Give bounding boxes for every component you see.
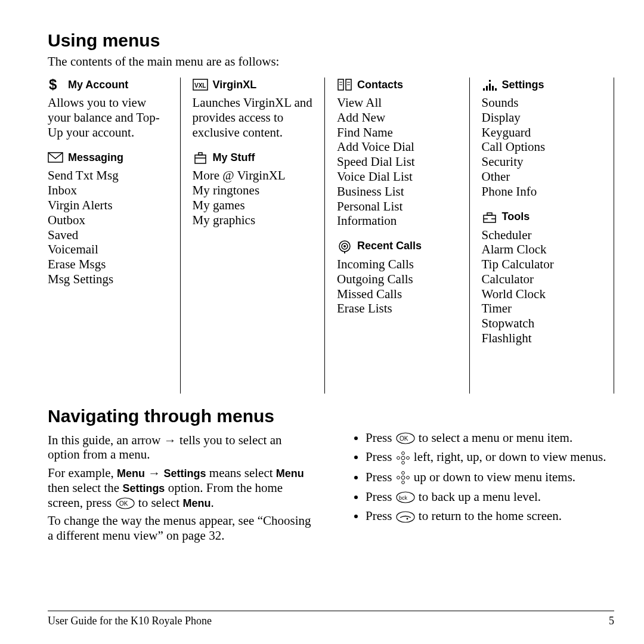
- nav-bullet-1: Press to select a menu or menu item.: [366, 431, 614, 445]
- ok-key-icon: [115, 497, 135, 509]
- menu-title: Recent Calls: [357, 240, 422, 252]
- menu-column: VirginXLLaunches VirginXL and provides a…: [181, 78, 326, 394]
- contacts-icon: [337, 78, 352, 92]
- using-menus-lead: The contents of the main menu are as fol…: [48, 54, 614, 69]
- menu-block: SettingsSoundsDisplayKeyguardCall Option…: [482, 78, 602, 199]
- menu-title: Tools: [502, 210, 530, 223]
- menu-item: Add Voice Dial: [337, 140, 457, 154]
- heading-using-menus: Using menus: [48, 30, 614, 51]
- nav-bullet-2: Press left, right, up, or down to view m…: [366, 450, 614, 465]
- menu-item-list: View AllAdd NewFind NameAdd Voice DialSp…: [337, 95, 457, 228]
- recent-icon: [337, 239, 352, 253]
- menu-item: Keyguard: [482, 125, 602, 140]
- menu-item: Voicemail: [48, 242, 168, 257]
- menu-item: Inbox: [48, 183, 168, 198]
- menu-block: ContactsView AllAdd NewFind NameAdd Voic…: [337, 78, 457, 228]
- menu-item: Personal List: [337, 199, 457, 214]
- tools-icon: [482, 210, 497, 224]
- menu-item: Display: [482, 110, 602, 125]
- menu-title: Contacts: [357, 79, 403, 91]
- menu-heading: My Stuff: [193, 150, 313, 165]
- menu-item: View All: [337, 95, 457, 110]
- menu-item-list: More @ VirginXLMy ringtonesMy gamesMy gr…: [193, 168, 313, 227]
- dpad-icon: [395, 471, 411, 484]
- menu-column: ContactsView AllAdd NewFind NameAdd Voic…: [325, 78, 470, 394]
- nav-bullet-3: Press up or down to view menu items.: [366, 470, 614, 485]
- menu-item: Timer: [482, 301, 602, 316]
- menu-item: My graphics: [193, 213, 313, 228]
- menu-heading: Recent Calls: [337, 239, 457, 253]
- menu-block: ToolsSchedulerAlarm ClockTip CalculatorC…: [482, 210, 602, 346]
- menu-item: Outgoing Calls: [337, 272, 457, 287]
- menu-item: Scheduler: [482, 228, 602, 243]
- menu-item: Send Txt Msg: [48, 168, 168, 183]
- ok-key-icon: [395, 432, 416, 444]
- nav-left-column: In this guide, an arrow → tells you to s…: [48, 431, 313, 547]
- menu-heading: Tools: [482, 210, 602, 224]
- document-page: Using menus The contents of the main men…: [0, 0, 644, 644]
- nav-right-column: Press to select a menu or menu item. Pre…: [349, 431, 614, 547]
- menu-title: Messaging: [68, 151, 123, 164]
- menu-block: Recent CallsIncoming CallsOutgoing Calls…: [337, 239, 457, 316]
- menu-item: My games: [193, 198, 313, 213]
- nav-bullet-list: Press to select a menu or menu item. Pre…: [349, 431, 614, 524]
- menu-item: Other: [482, 169, 602, 184]
- menu-item: Speed Dial List: [337, 154, 457, 169]
- menu-item: Business List: [337, 184, 457, 199]
- menu-item-list: Incoming CallsOutgoing CallsMissed Calls…: [337, 257, 457, 316]
- menu-item: Security: [482, 154, 602, 169]
- menu-heading: Messaging: [48, 150, 168, 165]
- menu-item: Sounds: [482, 95, 602, 110]
- navigating-columns: In this guide, an arrow → tells you to s…: [48, 431, 614, 547]
- nav-left-p1: In this guide, an arrow → tells you to s…: [48, 433, 313, 463]
- end-key-icon: [395, 511, 416, 523]
- menu-title: My Account: [68, 79, 128, 91]
- menu-heading: Settings: [482, 78, 602, 92]
- menu-item: Erase Lists: [337, 301, 457, 316]
- menu-title: Settings: [502, 79, 544, 91]
- menu-item: Information: [337, 213, 457, 228]
- menu-item: Incoming Calls: [337, 257, 457, 272]
- vxl-icon: [193, 78, 208, 92]
- nav-bullet-5: Press to return to the home screen.: [366, 509, 614, 524]
- footer-left: User Guide for the K10 Royale Phone: [48, 615, 212, 627]
- menu-heading: VirginXL: [193, 78, 313, 92]
- menu-item: Erase Msgs: [48, 257, 168, 272]
- heading-navigating: Navigating through menus: [48, 405, 614, 426]
- menu-item: Flashlight: [482, 331, 602, 346]
- menu-block: VirginXLLaunches VirginXL and provides a…: [193, 78, 313, 140]
- menu-heading: Contacts: [337, 78, 457, 92]
- menu-item: Tip Calculator: [482, 257, 602, 272]
- nav-bullet-4: Press to back up a menu level.: [366, 490, 614, 504]
- menu-block: My StuffMore @ VirginXLMy ringtonesMy ga…: [193, 150, 313, 227]
- menu-item: Alarm Clock: [482, 242, 602, 257]
- envelope-icon: [48, 150, 63, 165]
- page-footer: User Guide for the K10 Royale Phone 5: [48, 611, 614, 627]
- menu-item: Msg Settings: [48, 272, 168, 287]
- nav-left-p2: For example, Menu → Settings means selec…: [48, 466, 313, 510]
- dollar-icon: [48, 78, 63, 92]
- nav-left-p3: To change the way the menus appear, see …: [48, 513, 313, 543]
- menu-heading: My Account: [48, 78, 168, 92]
- menu-title: VirginXL: [213, 79, 257, 91]
- footer-page-number: 5: [609, 615, 614, 627]
- menu-description: Launches VirginXL and provides access to…: [193, 95, 313, 140]
- menu-item: Missed Calls: [337, 287, 457, 302]
- menu-item: Calculator: [482, 272, 602, 287]
- menu-item: Voice Dial List: [337, 169, 457, 184]
- menu-grid: My AccountAllows you to view your balanc…: [48, 78, 614, 394]
- settings-icon: [482, 78, 497, 92]
- menu-item: Stopwatch: [482, 316, 602, 331]
- menu-item: Find Name: [337, 125, 457, 140]
- dpad-icon: [395, 451, 411, 465]
- menu-item-list: SoundsDisplayKeyguardCall OptionsSecurit…: [482, 95, 602, 199]
- menu-block: MessagingSend Txt MsgInboxVirgin AlertsO…: [48, 150, 168, 286]
- menu-item: Phone Info: [482, 184, 602, 199]
- menu-item: Outbox: [48, 213, 168, 228]
- menu-item: My ringtones: [193, 183, 313, 198]
- menu-title: My Stuff: [213, 151, 255, 164]
- bag-icon: [193, 150, 208, 165]
- menu-block: My AccountAllows you to view your balanc…: [48, 78, 168, 140]
- menu-column: SettingsSoundsDisplayKeyguardCall Option…: [470, 78, 615, 394]
- menu-item: Call Options: [482, 140, 602, 154]
